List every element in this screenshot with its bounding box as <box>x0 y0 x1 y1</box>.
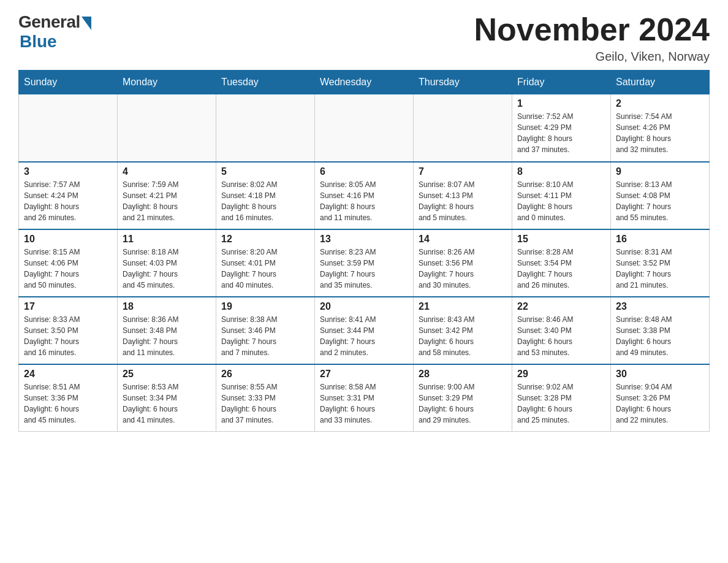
calendar-cell: 15Sunrise: 8:28 AM Sunset: 3:54 PM Dayli… <box>512 229 611 297</box>
day-number: 9 <box>616 166 704 177</box>
calendar-cell: 29Sunrise: 9:02 AM Sunset: 3:28 PM Dayli… <box>512 364 611 432</box>
day-sun-info: Sunrise: 8:23 AM Sunset: 3:59 PM Dayligh… <box>320 247 408 291</box>
day-number: 25 <box>123 369 211 380</box>
day-number: 13 <box>320 234 408 245</box>
weekday-header-saturday: Saturday <box>611 71 710 94</box>
logo: General Blue <box>18 12 91 52</box>
day-number: 26 <box>221 369 309 380</box>
day-number: 16 <box>616 234 704 245</box>
calendar-cell: 22Sunrise: 8:46 AM Sunset: 3:40 PM Dayli… <box>512 297 611 364</box>
day-sun-info: Sunrise: 8:05 AM Sunset: 4:16 PM Dayligh… <box>320 179 408 223</box>
day-number: 3 <box>24 166 112 177</box>
day-sun-info: Sunrise: 8:28 AM Sunset: 3:54 PM Dayligh… <box>517 247 605 291</box>
calendar-cell: 28Sunrise: 9:00 AM Sunset: 3:29 PM Dayli… <box>414 364 512 432</box>
day-sun-info: Sunrise: 8:18 AM Sunset: 4:03 PM Dayligh… <box>123 247 211 291</box>
calendar-cell: 17Sunrise: 8:33 AM Sunset: 3:50 PM Dayli… <box>19 297 118 364</box>
day-number: 18 <box>123 301 211 312</box>
day-sun-info: Sunrise: 8:48 AM Sunset: 3:38 PM Dayligh… <box>616 314 704 358</box>
location-text: Geilo, Viken, Norway <box>474 50 710 64</box>
day-number: 27 <box>320 369 408 380</box>
day-number: 14 <box>419 234 507 245</box>
day-number: 22 <box>517 301 605 312</box>
calendar-cell: 1Sunrise: 7:52 AM Sunset: 4:29 PM Daylig… <box>512 94 611 162</box>
calendar-cell <box>118 94 216 162</box>
weekday-header-thursday: Thursday <box>414 71 512 94</box>
calendar-cell: 8Sunrise: 8:10 AM Sunset: 4:11 PM Daylig… <box>512 162 611 229</box>
logo-general-text: General <box>18 12 80 32</box>
day-sun-info: Sunrise: 8:15 AM Sunset: 4:06 PM Dayligh… <box>24 247 112 291</box>
calendar-cell: 23Sunrise: 8:48 AM Sunset: 3:38 PM Dayli… <box>611 297 710 364</box>
calendar-cell: 3Sunrise: 7:57 AM Sunset: 4:24 PM Daylig… <box>19 162 118 229</box>
day-number: 6 <box>320 166 408 177</box>
calendar-cell: 20Sunrise: 8:41 AM Sunset: 3:44 PM Dayli… <box>315 297 414 364</box>
weekday-header-monday: Monday <box>118 71 216 94</box>
calendar-week-row: 24Sunrise: 8:51 AM Sunset: 3:36 PM Dayli… <box>19 364 710 432</box>
day-number: 8 <box>517 166 605 177</box>
day-sun-info: Sunrise: 7:59 AM Sunset: 4:21 PM Dayligh… <box>123 179 211 223</box>
calendar-cell: 30Sunrise: 9:04 AM Sunset: 3:26 PM Dayli… <box>611 364 710 432</box>
day-sun-info: Sunrise: 8:53 AM Sunset: 3:34 PM Dayligh… <box>123 381 211 426</box>
day-number: 4 <box>123 166 211 177</box>
day-number: 17 <box>24 301 112 312</box>
day-number: 24 <box>24 369 112 380</box>
calendar-cell: 7Sunrise: 8:07 AM Sunset: 4:13 PM Daylig… <box>414 162 512 229</box>
day-number: 2 <box>616 98 704 109</box>
calendar-cell: 25Sunrise: 8:53 AM Sunset: 3:34 PM Dayli… <box>118 364 216 432</box>
calendar-cell: 11Sunrise: 8:18 AM Sunset: 4:03 PM Dayli… <box>118 229 216 297</box>
day-sun-info: Sunrise: 8:20 AM Sunset: 4:01 PM Dayligh… <box>221 247 309 291</box>
calendar-cell: 6Sunrise: 8:05 AM Sunset: 4:16 PM Daylig… <box>315 162 414 229</box>
calendar-cell: 16Sunrise: 8:31 AM Sunset: 3:52 PM Dayli… <box>611 229 710 297</box>
calendar-cell <box>19 94 118 162</box>
day-sun-info: Sunrise: 8:10 AM Sunset: 4:11 PM Dayligh… <box>517 179 605 223</box>
day-number: 23 <box>616 301 704 312</box>
day-sun-info: Sunrise: 7:57 AM Sunset: 4:24 PM Dayligh… <box>24 179 112 223</box>
calendar-cell: 13Sunrise: 8:23 AM Sunset: 3:59 PM Dayli… <box>315 229 414 297</box>
calendar-cell <box>315 94 414 162</box>
weekday-header-row: SundayMondayTuesdayWednesdayThursdayFrid… <box>19 71 710 94</box>
day-sun-info: Sunrise: 7:52 AM Sunset: 4:29 PM Dayligh… <box>517 111 605 155</box>
day-number: 20 <box>320 301 408 312</box>
day-sun-info: Sunrise: 7:54 AM Sunset: 4:26 PM Dayligh… <box>616 111 704 155</box>
day-sun-info: Sunrise: 8:41 AM Sunset: 3:44 PM Dayligh… <box>320 314 408 358</box>
calendar-cell: 24Sunrise: 8:51 AM Sunset: 3:36 PM Dayli… <box>19 364 118 432</box>
day-sun-info: Sunrise: 9:00 AM Sunset: 3:29 PM Dayligh… <box>419 381 507 426</box>
calendar-cell: 18Sunrise: 8:36 AM Sunset: 3:48 PM Dayli… <box>118 297 216 364</box>
day-number: 12 <box>221 234 309 245</box>
day-sun-info: Sunrise: 9:04 AM Sunset: 3:26 PM Dayligh… <box>616 381 704 426</box>
day-sun-info: Sunrise: 8:43 AM Sunset: 3:42 PM Dayligh… <box>419 314 507 358</box>
day-sun-info: Sunrise: 8:26 AM Sunset: 3:56 PM Dayligh… <box>419 247 507 291</box>
day-number: 7 <box>419 166 507 177</box>
weekday-header-friday: Friday <box>512 71 611 94</box>
page-header: General Blue November 2024 Geilo, Viken,… <box>18 12 710 64</box>
calendar-cell: 9Sunrise: 8:13 AM Sunset: 4:08 PM Daylig… <box>611 162 710 229</box>
weekday-header-wednesday: Wednesday <box>315 71 414 94</box>
calendar-cell: 2Sunrise: 7:54 AM Sunset: 4:26 PM Daylig… <box>611 94 710 162</box>
day-sun-info: Sunrise: 8:51 AM Sunset: 3:36 PM Dayligh… <box>24 381 112 426</box>
calendar-cell: 5Sunrise: 8:02 AM Sunset: 4:18 PM Daylig… <box>216 162 315 229</box>
day-sun-info: Sunrise: 8:36 AM Sunset: 3:48 PM Dayligh… <box>123 314 211 358</box>
weekday-header-sunday: Sunday <box>19 71 118 94</box>
day-number: 19 <box>221 301 309 312</box>
day-number: 21 <box>419 301 507 312</box>
calendar-cell: 21Sunrise: 8:43 AM Sunset: 3:42 PM Dayli… <box>414 297 512 364</box>
day-number: 30 <box>616 369 704 380</box>
day-number: 10 <box>24 234 112 245</box>
day-sun-info: Sunrise: 8:33 AM Sunset: 3:50 PM Dayligh… <box>24 314 112 358</box>
day-number: 1 <box>517 98 605 109</box>
calendar-cell <box>414 94 512 162</box>
calendar-week-row: 10Sunrise: 8:15 AM Sunset: 4:06 PM Dayli… <box>19 229 710 297</box>
logo-arrow-icon <box>82 17 91 30</box>
calendar-week-row: 1Sunrise: 7:52 AM Sunset: 4:29 PM Daylig… <box>19 94 710 162</box>
calendar-cell: 12Sunrise: 8:20 AM Sunset: 4:01 PM Dayli… <box>216 229 315 297</box>
calendar-cell: 26Sunrise: 8:55 AM Sunset: 3:33 PM Dayli… <box>216 364 315 432</box>
calendar-cell: 4Sunrise: 7:59 AM Sunset: 4:21 PM Daylig… <box>118 162 216 229</box>
day-sun-info: Sunrise: 9:02 AM Sunset: 3:28 PM Dayligh… <box>517 381 605 426</box>
day-number: 11 <box>123 234 211 245</box>
calendar-week-row: 17Sunrise: 8:33 AM Sunset: 3:50 PM Dayli… <box>19 297 710 364</box>
day-sun-info: Sunrise: 8:07 AM Sunset: 4:13 PM Dayligh… <box>419 179 507 223</box>
day-number: 5 <box>221 166 309 177</box>
calendar-cell: 27Sunrise: 8:58 AM Sunset: 3:31 PM Dayli… <box>315 364 414 432</box>
day-number: 29 <box>517 369 605 380</box>
day-sun-info: Sunrise: 8:38 AM Sunset: 3:46 PM Dayligh… <box>221 314 309 358</box>
day-sun-info: Sunrise: 8:58 AM Sunset: 3:31 PM Dayligh… <box>320 381 408 426</box>
